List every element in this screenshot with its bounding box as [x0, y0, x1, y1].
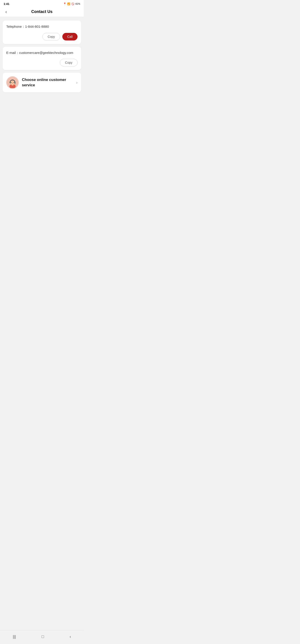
telephone-label: Telephone：	[6, 24, 25, 28]
wifi-icon: 📶	[67, 2, 70, 5]
online-service-text: Choose online customer service	[22, 77, 74, 88]
service-avatar	[6, 76, 19, 89]
email-info: E-mail：customercare@geektechnology.com	[6, 50, 77, 56]
telephone-call-button[interactable]: Call	[62, 33, 77, 40]
telephone-actions: Copy Call	[6, 33, 77, 40]
telephone-copy-button[interactable]: Copy	[42, 33, 60, 40]
email-actions: Copy	[6, 59, 77, 66]
online-service-card[interactable]: Choose online customer service ›	[3, 73, 81, 92]
status-bar: 1:41 📍 📶 🚫 41%	[0, 0, 84, 7]
svg-point-6	[11, 82, 12, 83]
svg-point-7	[13, 82, 14, 83]
page-title: Contact Us	[31, 10, 52, 14]
telephone-info: Telephone：1-844-801-8880	[6, 24, 77, 29]
email-label: E-mail：	[6, 51, 19, 54]
service-avatar-image	[7, 77, 18, 88]
battery-text: 41%	[75, 2, 80, 5]
dnd-icon: 🚫	[71, 2, 74, 5]
svg-point-3	[10, 80, 15, 85]
email-value: customercare@geektechnology.com	[19, 51, 73, 54]
svg-point-10	[15, 84, 16, 84]
status-icons: 📍 📶 🚫 41%	[63, 2, 80, 5]
email-copy-button[interactable]: Copy	[60, 59, 77, 66]
top-nav: ‹ Contact Us	[0, 7, 84, 17]
back-button[interactable]: ‹	[3, 8, 9, 15]
email-card: E-mail：customercare@geektechnology.com C…	[3, 47, 81, 70]
main-content: Telephone：1-844-801-8880 Copy Call E-mai…	[0, 17, 84, 96]
status-time: 1:41	[3, 2, 9, 6]
svg-point-8	[9, 82, 11, 83]
telephone-card: Telephone：1-844-801-8880 Copy Call	[3, 20, 81, 44]
location-icon: 📍	[63, 2, 66, 5]
telephone-value: 1-844-801-8880	[25, 24, 49, 28]
chevron-right-icon: ›	[76, 80, 77, 85]
